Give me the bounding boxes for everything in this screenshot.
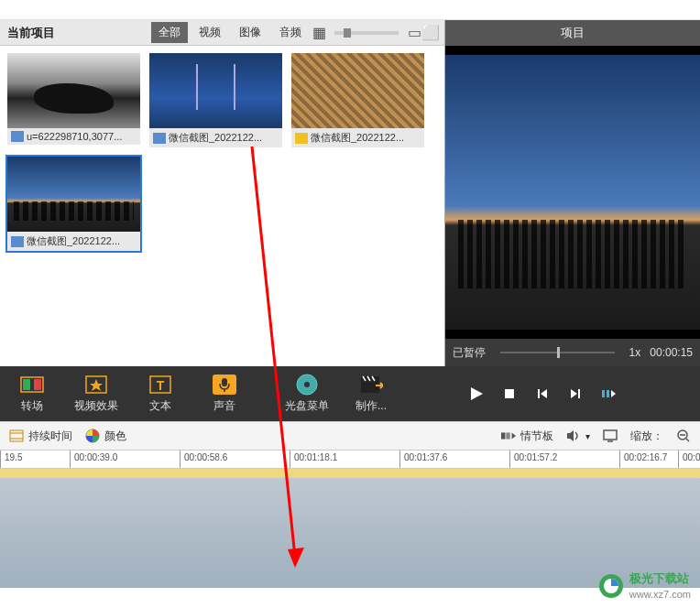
thumb-label: u=622298710,3077... [7, 128, 140, 145]
tool-label: 光盘菜单 [285, 398, 329, 414]
filter-video-button[interactable]: 视频 [191, 22, 228, 43]
speed-value: 1x [629, 346, 641, 359]
svg-rect-1 [23, 379, 30, 390]
svg-rect-22 [10, 430, 23, 441]
timeline-toolbar: 持续时间 颜色 情节板 ▾ 缩放： [0, 421, 700, 451]
speaker-icon [566, 429, 581, 443]
transition-button[interactable]: 转场 [0, 366, 64, 421]
filter-audio-button[interactable]: 音频 [272, 22, 309, 43]
zoom-out-icon[interactable] [676, 429, 691, 443]
filter-image-button[interactable]: 图像 [232, 22, 268, 43]
watermark: 极光下载站www.xz7.com [598, 570, 691, 601]
preview-viewport[interactable] [445, 46, 700, 339]
thumb-zoom-slider[interactable] [334, 31, 399, 35]
preview-title: 项目 [445, 20, 700, 46]
image-type-icon [295, 133, 308, 144]
svg-line-34 [686, 439, 689, 441]
media-thumb[interactable]: 微信截图_2022122... [149, 53, 282, 147]
svg-marker-28 [512, 432, 516, 439]
film-icon [9, 429, 24, 443]
zoom-label: 缩放： [630, 429, 663, 444]
window-top-bar [0, 0, 700, 20]
media-panel: 当前项目 全部 视频 图像 音频 ▦ ▭ ⬜ u=622298710,3077.… [0, 20, 445, 366]
timeline-track-header [0, 469, 700, 478]
timeline-ruler[interactable]: 19.500:00:39.000:00:58.600:01:18.100:01:… [0, 451, 700, 469]
thumb-image [7, 157, 140, 232]
ruler-mark: 00:00:58.6 [180, 451, 227, 468]
watermark-brand: 极光下载站www.xz7.com [629, 570, 691, 601]
audio-mute-button[interactable]: ▾ [566, 429, 590, 443]
screen-option-button[interactable] [603, 429, 618, 443]
image-type-icon [153, 133, 166, 144]
grid-view-icon[interactable]: ▦ [312, 27, 325, 39]
svg-rect-27 [506, 432, 509, 439]
filter-all-button[interactable]: 全部 [151, 22, 188, 43]
preview-time: 00:00:15 [650, 346, 693, 359]
play-button[interactable] [467, 385, 486, 403]
watermark-logo-icon [598, 573, 624, 599]
color-button[interactable]: 颜色 [85, 429, 126, 444]
list-view-icon[interactable]: ▭ [408, 27, 421, 39]
svg-rect-2 [34, 379, 41, 390]
stop-button[interactable] [500, 385, 519, 403]
svg-text:T: T [157, 378, 165, 393]
media-panel-title: 当前项目 [7, 25, 55, 41]
image-type-icon [11, 236, 24, 247]
text-button[interactable]: T 文本 [128, 366, 192, 421]
loop-region-button[interactable] [599, 385, 618, 403]
media-thumb[interactable]: 微信截图_2022122... [291, 53, 424, 147]
thumb-image [149, 53, 282, 128]
svg-rect-30 [604, 430, 617, 440]
svg-marker-13 [471, 387, 483, 400]
playback-controls [403, 385, 700, 403]
svg-rect-11 [361, 381, 379, 393]
prev-frame-button[interactable] [533, 385, 552, 403]
sound-button[interactable]: 声音 [192, 366, 257, 421]
ruler-mark: 00:00:39.0 [70, 451, 117, 468]
svg-rect-18 [578, 389, 580, 398]
text-icon: T [148, 375, 172, 395]
preview-status-bar: 已暂停 1x 00:00:15 [445, 339, 700, 366]
clapper-icon [359, 375, 383, 395]
make-button[interactable]: 制作... [339, 366, 403, 421]
thumb-image [291, 53, 424, 128]
svg-marker-4 [90, 379, 103, 391]
tool-bar: 转场 视频效果 T 文本 声音 光盘菜单 制作... [0, 366, 700, 421]
tool-label: 视频效果 [74, 398, 118, 414]
expand-icon[interactable]: ⬜ [424, 27, 437, 39]
videofx-button[interactable]: 视频效果 [64, 366, 128, 421]
ruler-mark: 00:01:18.1 [290, 451, 337, 468]
media-thumb[interactable]: u=622298710,3077... [7, 53, 140, 147]
duration-button[interactable]: 持续时间 [9, 429, 72, 444]
media-grid: u=622298710,3077... 微信截图_2022122... 微信截图… [0, 46, 444, 366]
svg-marker-29 [567, 430, 574, 441]
svg-rect-19 [602, 390, 605, 397]
disc-icon [295, 375, 319, 395]
thumb-image [7, 53, 140, 128]
preview-status-text: 已暂停 [453, 345, 486, 361]
discmenu-button[interactable]: 光盘菜单 [275, 366, 339, 421]
ruler-mark: 19.5 [0, 451, 22, 468]
screen-icon [603, 429, 618, 443]
main-area: 当前项目 全部 视频 图像 音频 ▦ ▭ ⬜ u=622298710,3077.… [0, 20, 700, 366]
svg-rect-14 [505, 389, 514, 398]
tool-label: 文本 [149, 398, 171, 414]
media-thumb-selected[interactable]: 微信截图_2022122... [7, 157, 140, 251]
tool-label: 声音 [213, 398, 235, 414]
svg-rect-7 [222, 378, 227, 386]
svg-point-10 [304, 382, 310, 387]
thumb-label: 微信截图_2022122... [149, 128, 282, 147]
videofx-icon [84, 375, 108, 395]
thumb-label: 微信截图_2022122... [291, 128, 424, 147]
svg-marker-17 [571, 389, 577, 398]
svg-marker-16 [541, 389, 547, 398]
tool-label: 转场 [21, 398, 43, 414]
ruler-mark: 00:02:3 [678, 451, 700, 468]
svg-marker-21 [611, 390, 616, 397]
tool-label: 制作... [355, 398, 387, 414]
next-frame-button[interactable] [566, 385, 585, 403]
svg-rect-26 [501, 432, 505, 439]
speed-slider[interactable] [500, 352, 615, 353]
storyboard-button[interactable]: 情节板 [501, 429, 553, 444]
timeline-tracks[interactable] [0, 469, 700, 588]
